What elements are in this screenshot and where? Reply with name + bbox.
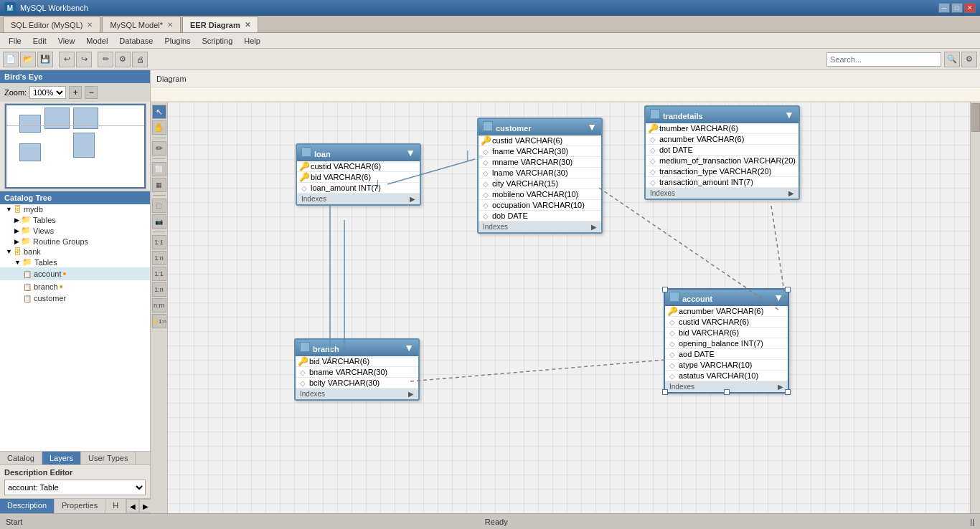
- diagram-body[interactable]: ↖ ✋ ✏ ⬜ ▦ ⬚ 📷 1:1 1:n 1:1 1:n n:m ⚡1:n: [151, 102, 980, 513]
- rel2-btn[interactable]: 1:n: [152, 251, 166, 265]
- customer-field-custid[interactable]: 🔑 custid VARCHAR(6): [479, 135, 601, 146]
- rel1-btn[interactable]: 1:1: [152, 235, 166, 249]
- tree-item-branch[interactable]: 📋 branch •: [0, 280, 150, 293]
- zoom-select[interactable]: 50% 75% 100% 125% 150%: [29, 86, 66, 99]
- menu-edit[interactable]: Edit: [27, 35, 52, 47]
- tree-item-customer[interactable]: 📋 customer: [0, 293, 150, 303]
- desc-editor-select[interactable]: account: Table branch: Table customer: T…: [4, 480, 146, 495]
- eraser-tool-btn[interactable]: ✏: [152, 141, 166, 156]
- menu-view[interactable]: View: [52, 35, 81, 47]
- rel5-btn[interactable]: n:m: [152, 298, 166, 313]
- vertical-scrollbar[interactable]: [970, 102, 980, 513]
- rel6-btn[interactable]: ⚡1:n: [152, 314, 166, 328]
- account-expand-btn[interactable]: ▼: [773, 292, 783, 303]
- tree-item-bank-tables[interactable]: ▼ 📁 Tables: [0, 257, 150, 267]
- branch-field-bid[interactable]: 🔑 bid VARCHAR(6): [296, 356, 418, 367]
- tab-sql-editor[interactable]: SQL Editor (MySQL) ✕: [3, 16, 100, 32]
- account-field-acnumber[interactable]: 🔑 acnumber VARCHAR(6): [665, 306, 788, 317]
- tab-catalog[interactable]: Catalog: [0, 452, 42, 464]
- tree-item-mydb-tables[interactable]: ▶ 📁 Tables: [0, 214, 150, 225]
- trandetails-field-tnumber[interactable]: 🔑 tnumber VARCHAR(6): [646, 123, 798, 134]
- menu-file[interactable]: File: [3, 35, 27, 47]
- customer-field-occupation[interactable]: ◇ occupation VARCHAR(10): [479, 200, 601, 211]
- toolbar-open-btn[interactable]: 📂: [20, 52, 36, 67]
- tab-user-types[interactable]: User Types: [81, 452, 136, 464]
- toolbar-save-btn[interactable]: 💾: [37, 52, 53, 67]
- table-loan[interactable]: loan ▼ 🔑 custid VARCHAR(6) 🔑 bid VARCHAR…: [296, 143, 421, 206]
- menu-help[interactable]: Help: [238, 35, 266, 47]
- toolbar-undo-btn[interactable]: ↩: [59, 52, 75, 67]
- select-tool-btn[interactable]: ↖: [152, 105, 166, 119]
- customer-field-dob[interactable]: ◇ dob DATE: [479, 211, 601, 221]
- tab-close-sql[interactable]: ✕: [87, 21, 93, 29]
- tab-description[interactable]: Description: [0, 499, 55, 513]
- account-field-bid[interactable]: ◇ bid VARCHAR(6): [665, 328, 788, 338]
- trandetails-field-dot[interactable]: ◇ dot DATE: [646, 145, 798, 156]
- trandetails-indexes[interactable]: Indexes ▶: [646, 188, 798, 199]
- tab-close-eer[interactable]: ✕: [245, 21, 250, 29]
- resize-handle-bm[interactable]: [724, 389, 730, 395]
- trandetails-expand-btn[interactable]: ▼: [784, 109, 794, 120]
- toolbar-export-btn[interactable]: 🖨: [132, 52, 148, 67]
- trandetails-field-amount[interactable]: ◇ transaction_amount INT(7): [646, 177, 798, 188]
- table-trandetails[interactable]: trandetails ▼ 🔑 tnumber VARCHAR(6) ◇ acn…: [644, 105, 800, 200]
- scrollbar-thumb[interactable]: [971, 103, 980, 132]
- tab-prev-btn[interactable]: ◀: [126, 499, 139, 513]
- toolbar-new-btn[interactable]: 📄: [3, 52, 19, 67]
- customer-field-city[interactable]: ◇ city VARCHAR(15): [479, 178, 601, 189]
- toolbar-options-btn[interactable]: ⚙: [115, 52, 131, 67]
- tab-history[interactable]: H: [105, 499, 126, 513]
- zoom-out-btn[interactable]: −: [85, 86, 98, 99]
- rel3-btn[interactable]: 1:1: [152, 267, 166, 281]
- customer-field-lname[interactable]: ◇ lname VARCHAR(30): [479, 168, 601, 178]
- customer-field-mname[interactable]: ◇ mname VARCHAR(30): [479, 157, 601, 168]
- tree-item-account[interactable]: 📋 account •: [0, 267, 150, 280]
- loan-field-bid[interactable]: 🔑 bid VARCHAR(6): [297, 172, 420, 183]
- table-tool-btn[interactable]: ⬜: [152, 162, 166, 176]
- trandetails-field-acnumber[interactable]: ◇ acnumber VARCHAR(6): [646, 134, 798, 145]
- tab-close-model[interactable]: ✕: [167, 21, 173, 29]
- hand-tool-btn[interactable]: ✋: [152, 120, 166, 135]
- loan-field-custid[interactable]: 🔑 custid VARCHAR(6): [297, 161, 420, 172]
- branch-field-bname[interactable]: ◇ bname VARCHAR(30): [296, 367, 418, 378]
- tab-mysql-model[interactable]: MySQL Model* ✕: [102, 16, 181, 32]
- account-field-atype[interactable]: ◇ atype VARCHAR(10): [665, 360, 788, 371]
- account-field-balance[interactable]: ◇ opening_balance INT(7): [665, 338, 788, 349]
- customer-indexes[interactable]: Indexes ▶: [479, 221, 601, 232]
- customer-expand-btn[interactable]: ▼: [587, 121, 597, 133]
- maximize-btn[interactable]: □: [951, 3, 963, 13]
- note-tool-btn[interactable]: 📷: [152, 214, 166, 229]
- loan-expand-btn[interactable]: ▼: [405, 147, 415, 158]
- loan-field-amount[interactable]: ◇ loan_amount INT(7): [297, 183, 420, 194]
- toolbar-edit-btn[interactable]: ✏: [98, 52, 113, 67]
- menu-scripting[interactable]: Scripting: [197, 35, 239, 47]
- customer-field-mobileno[interactable]: ◇ mobileno VARCHAR(10): [479, 189, 601, 200]
- view-tool-btn[interactable]: ▦: [152, 178, 166, 192]
- account-field-aod[interactable]: ◇ aod DATE: [665, 349, 788, 360]
- resize-handle-tr[interactable]: [785, 287, 791, 292]
- menu-database[interactable]: Database: [113, 35, 159, 47]
- table-account[interactable]: account ▼ 🔑 acnumber VARCHAR(6) ◇ custid…: [664, 288, 789, 394]
- search-input[interactable]: [826, 52, 941, 67]
- toolbar-redo-btn[interactable]: ↪: [76, 52, 92, 67]
- rel4-btn[interactable]: 1:n: [152, 282, 166, 297]
- customer-field-fname[interactable]: ◇ fname VARCHAR(30): [479, 146, 601, 157]
- trandetails-field-medium[interactable]: ◇ medium_of_transaction VARCHAR(20): [646, 156, 798, 166]
- tree-item-mydb-views[interactable]: ▶ 📁 Views: [0, 225, 150, 236]
- close-btn[interactable]: ✕: [964, 3, 976, 13]
- tree-item-mydb[interactable]: ▼ 🗄 mydb: [0, 204, 150, 214]
- table-branch[interactable]: branch ▼ 🔑 bid VARCHAR(6) ◇ bname VARCHA…: [294, 338, 420, 401]
- trandetails-field-type[interactable]: ◇ transaction_type VARCHAR(20): [646, 166, 798, 177]
- tab-properties[interactable]: Properties: [55, 499, 105, 513]
- branch-field-bcity[interactable]: ◇ bcity VARCHAR(30): [296, 378, 418, 389]
- resize-handle-bl[interactable]: [662, 389, 668, 395]
- branch-indexes[interactable]: Indexes ▶: [296, 389, 418, 399]
- menu-model[interactable]: Model: [80, 35, 113, 47]
- tab-layers[interactable]: Layers: [42, 452, 81, 464]
- loan-indexes[interactable]: Indexes ▶: [297, 194, 420, 204]
- menu-plugins[interactable]: Plugins: [159, 35, 196, 47]
- tab-eer-diagram[interactable]: EER Diagram ✕: [182, 16, 258, 32]
- minimap[interactable]: [4, 103, 146, 189]
- account-field-astatus[interactable]: ◇ astatus VARCHAR(10): [665, 371, 788, 381]
- resize-handle-br[interactable]: [785, 389, 791, 395]
